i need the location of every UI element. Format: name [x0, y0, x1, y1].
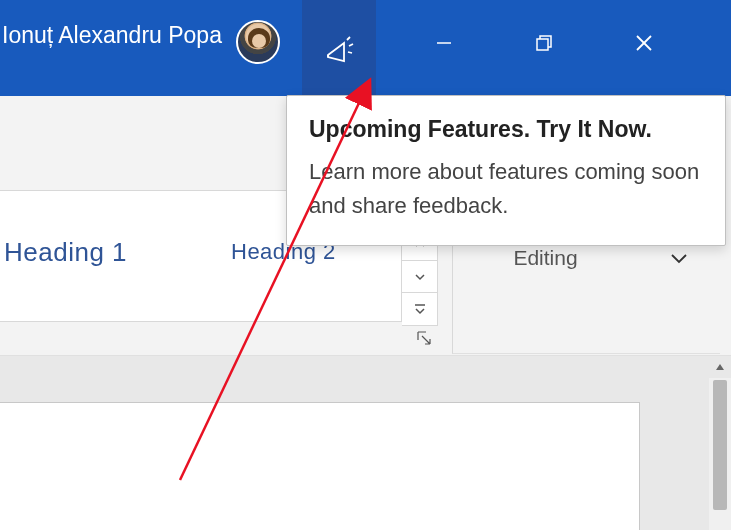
close-icon	[634, 33, 654, 53]
editing-group-label-row: Editing	[453, 246, 720, 270]
upcoming-features-button[interactable]	[302, 0, 376, 96]
user-name-label: Ionuț Alexandru Popa	[2, 22, 222, 49]
svg-line-1	[349, 44, 353, 46]
scroll-up-button[interactable]	[709, 356, 731, 378]
minimize-icon	[435, 34, 453, 52]
document-page[interactable]	[0, 402, 640, 530]
chevron-down-bar-icon	[413, 302, 427, 316]
upcoming-features-tooltip: Upcoming Features. Try It Now. Learn mor…	[286, 95, 726, 246]
vertical-scrollbar[interactable]	[709, 356, 731, 530]
svg-line-0	[347, 37, 350, 40]
svg-rect-4	[537, 39, 548, 50]
editing-group-label: Editing	[513, 246, 577, 270]
styles-row-down-button[interactable]	[402, 260, 438, 294]
style-heading-1[interactable]: Heading 1	[4, 237, 127, 268]
user-avatar[interactable]	[236, 20, 280, 64]
minimize-button[interactable]	[394, 17, 494, 69]
restore-button[interactable]	[494, 17, 594, 69]
close-button[interactable]	[594, 17, 694, 69]
megaphone-icon	[322, 35, 356, 69]
restore-icon	[534, 33, 554, 53]
scroll-thumb[interactable]	[713, 380, 727, 510]
tooltip-title: Upcoming Features. Try It Now.	[309, 116, 703, 143]
dialog-launcher-icon	[414, 328, 434, 348]
chevron-down-icon	[413, 270, 427, 284]
triangle-up-icon	[714, 361, 726, 373]
editing-group-expand-button[interactable]	[668, 247, 690, 269]
chevron-down-icon	[668, 247, 690, 269]
title-bar: Ionuț Alexandru Popa	[0, 0, 731, 96]
svg-line-2	[348, 52, 352, 53]
styles-expand-button[interactable]	[402, 292, 438, 326]
document-area	[0, 356, 731, 530]
tooltip-body: Learn more about features coming soon an…	[309, 155, 703, 223]
styles-dialog-launcher[interactable]	[414, 328, 436, 350]
